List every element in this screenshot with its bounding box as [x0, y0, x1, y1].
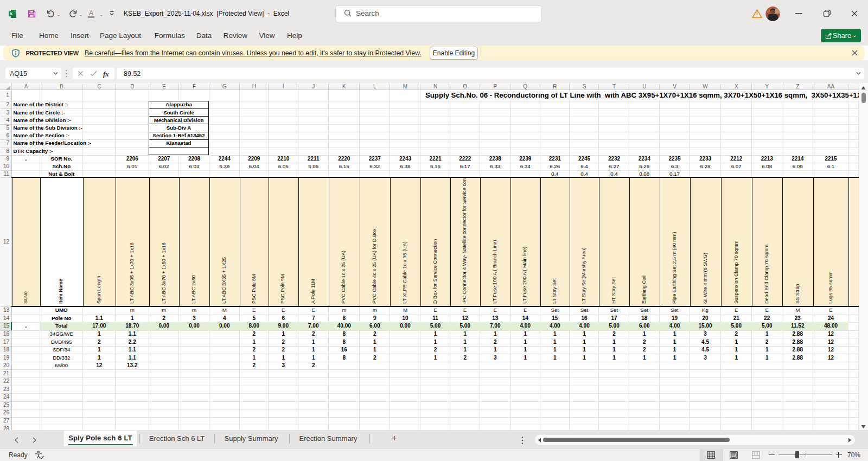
svg-text:X: X [10, 11, 13, 16]
svg-text:A: A [89, 9, 93, 17]
